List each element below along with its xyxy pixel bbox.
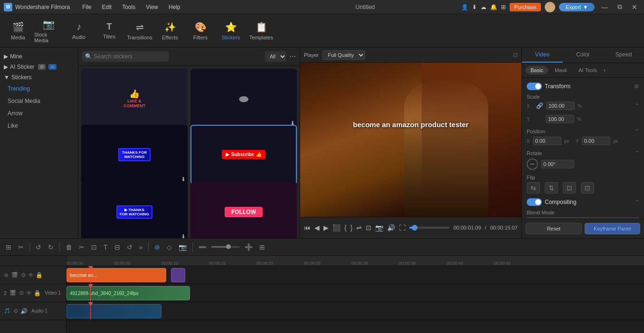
compositing-toggle[interactable] [527, 198, 542, 206]
cut-button[interactable]: { [344, 224, 347, 231]
rotate-circle[interactable] [527, 158, 538, 170]
subtab-basic[interactable]: Basic [526, 66, 548, 74]
fullscreen-button[interactable]: ⛶ [399, 224, 406, 231]
subtab-mask[interactable]: Mask [550, 66, 572, 74]
volume-button[interactable]: 🔊 [387, 224, 395, 231]
frame-back-button[interactable]: ◀ [314, 224, 320, 231]
position-x-input[interactable] [533, 137, 561, 145]
zoom-handle[interactable] [226, 244, 231, 249]
play-button[interactable]: ▶ [323, 224, 329, 231]
sticker-item-subscribe[interactable]: ▶ Subscribe 👍 [190, 125, 297, 185]
timeline-magnet-button[interactable]: ⊛ [152, 242, 162, 252]
subtab-more-chevron-icon[interactable]: › [604, 67, 606, 74]
timeline-ripple-button[interactable]: ✂ [16, 242, 26, 252]
timeline-zoom-slider[interactable] [211, 246, 240, 248]
menu-tools[interactable]: Tools [117, 3, 140, 11]
progress-handle[interactable] [412, 225, 417, 231]
timeline-redo-button[interactable]: ↻ [46, 242, 56, 252]
sticker-item-thanks-1[interactable]: THANKS FORWATCHING ⬇ [81, 125, 188, 185]
timeline-zoom-in-button[interactable]: ➕ [243, 242, 255, 252]
reset-button[interactable]: Reset [526, 223, 582, 234]
compositing-chevron-icon[interactable]: ⌃ [635, 199, 639, 205]
flip-btn-4[interactable]: ⊡ [581, 182, 594, 194]
player-settings-icon[interactable]: ⊡ [513, 52, 518, 58]
track-video1-lock-icon[interactable]: 🔒 [34, 290, 41, 296]
icon-apps[interactable]: ⊞ [501, 4, 506, 10]
tab-speed[interactable]: Speed [603, 47, 644, 63]
skip-back-button[interactable]: ⏮ [304, 224, 311, 231]
maximize-button[interactable]: ⧉ [615, 3, 625, 11]
timeline-cut-button[interactable]: ✂ [77, 242, 86, 252]
sidebar-item-social-media[interactable]: Social Media [0, 95, 78, 107]
tool-titles[interactable]: T Titles [95, 17, 123, 45]
close-button[interactable]: ✕ [629, 3, 640, 11]
scale-x-input[interactable] [546, 102, 575, 110]
rotate-input[interactable] [541, 160, 574, 168]
sidebar-item-ai-sticker[interactable]: ▶ AI Sticker ⚙ AI [0, 62, 78, 72]
timeline-clip-sticker-1[interactable]: become an... [66, 268, 166, 282]
minimize-button[interactable]: — [598, 3, 611, 11]
sidebar-item-mine[interactable]: ▶ Mine [0, 51, 78, 62]
timeline-delete-button[interactable]: 🗑 [64, 242, 74, 252]
download-icon-3[interactable]: ⬇ [181, 233, 186, 238]
position-y-input[interactable] [582, 137, 610, 145]
more-options-button[interactable]: ⋯ [289, 53, 296, 60]
export-button[interactable]: Export ▼ [559, 3, 595, 11]
filter-dropdown[interactable]: All [265, 51, 286, 62]
track-video1-settings-icon[interactable]: ⚙ [19, 290, 24, 296]
scale-chevron-icon[interactable]: ⌃ [635, 102, 639, 109]
menu-file[interactable]: File [77, 3, 96, 11]
timeline-zoom-out-button[interactable]: ➖ [197, 242, 208, 252]
icon-account[interactable]: 👤 [461, 4, 468, 10]
screenshot-button[interactable]: 📷 [375, 224, 383, 231]
timeline-more-button[interactable]: » [137, 242, 145, 252]
transform-toggle[interactable] [527, 83, 542, 90]
scale-y-input[interactable] [546, 115, 574, 123]
subtab-ai-tools[interactable]: AI Tools [574, 66, 602, 74]
sticker-item-thanks-2[interactable]: ▶ THANKSFOR WATCHING ⬇ [81, 182, 188, 238]
timeline-loop-button[interactable]: ↺ [125, 242, 134, 252]
timeline-clip-video1[interactable]: 4912889-uhd_3840_2160_24fps [66, 286, 190, 300]
timeline-undo-button[interactable]: ↺ [34, 242, 43, 252]
tab-color[interactable]: Color [563, 47, 604, 63]
track-video2-lock-icon[interactable]: 🔒 [36, 272, 43, 278]
track-video1-eye-icon[interactable]: 👁 [26, 290, 32, 296]
sidebar-item-trending[interactable]: Trending [0, 83, 78, 95]
tool-stickers[interactable]: ⭐ Stickers [217, 17, 245, 45]
rotate-chevron-icon[interactable]: ⌃ [635, 150, 639, 157]
sticker-item-bubbles[interactable]: ⬬ ⬇ [190, 69, 297, 129]
purchase-button[interactable]: Purchase [510, 3, 541, 11]
search-input[interactable] [82, 51, 169, 62]
timeline-text-button[interactable]: T [102, 242, 110, 252]
keyframe-panel-button[interactable]: Keyframe Panel [585, 223, 641, 234]
transition-button[interactable]: ⇌ [356, 224, 362, 231]
flip-horizontal-button[interactable]: ⇆ [527, 182, 540, 194]
icon-cloud[interactable]: ☁ [481, 4, 486, 10]
transform-settings-icon[interactable]: ⚙ [634, 83, 639, 90]
cut-end-button[interactable]: } [350, 224, 353, 231]
position-chevron-icon[interactable]: ⌃ [635, 128, 639, 135]
scale-link-icon[interactable]: 🔗 [536, 102, 543, 109]
crop-button[interactable]: ⊡ [366, 224, 371, 231]
tool-effects[interactable]: ✨ Effects [156, 17, 184, 45]
timeline-clip-audio1[interactable] [66, 304, 161, 318]
menu-help[interactable]: Help [164, 3, 185, 11]
sidebar-item-like[interactable]: Like [0, 120, 78, 132]
add-video2-icon[interactable]: ⊕ [4, 272, 9, 278]
tool-media[interactable]: 🎬 Media [4, 17, 32, 45]
tool-audio[interactable]: ♪ Audio [65, 17, 93, 45]
timeline-crop-button[interactable]: ⊡ [89, 242, 99, 252]
quality-select[interactable]: Full Quality [322, 50, 365, 60]
download-icon-2[interactable]: ⬇ [181, 176, 186, 183]
sidebar-item-arrow[interactable]: Arrow [0, 107, 78, 120]
timeline-grid-button[interactable]: ⊞ [257, 242, 267, 252]
timeline-camera-button[interactable]: 📷 [177, 242, 189, 252]
sticker-item-like-comment[interactable]: 👍 LIKE &COMMENT [81, 69, 188, 129]
track-video2-eye-icon[interactable]: 👁 [28, 272, 34, 278]
flip-btn-3[interactable]: ⊡ [563, 182, 576, 194]
icon-download[interactable]: ⬇ [472, 4, 477, 10]
timeline-add-track-button[interactable]: ⊞ [4, 242, 13, 252]
track-video2-settings-icon[interactable]: ⚙ [21, 272, 26, 278]
tool-templates[interactable]: 📋 Templates [247, 17, 275, 45]
tool-filters[interactable]: 🎨 Filters [186, 17, 215, 45]
